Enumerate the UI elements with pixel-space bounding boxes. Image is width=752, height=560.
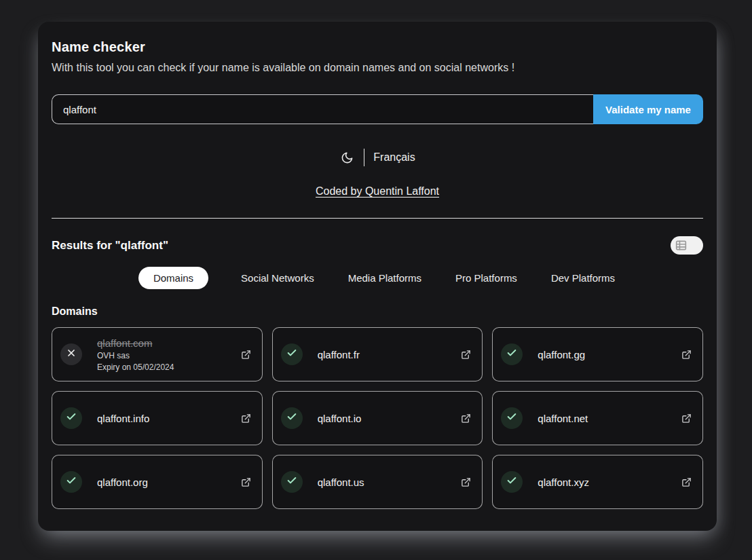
domain-card: qlaffont.com OVH sas Expiry on 05/02/202… [52,327,263,381]
results-header: Results for "qlaffont" [52,236,703,255]
name-input[interactable] [52,94,593,124]
tab-social-networks[interactable]: Social Networks [240,267,316,289]
theme-toggle-button[interactable] [339,150,355,166]
unavailable-badge [60,343,82,365]
domain-name: qlaffont.io [318,413,455,424]
section-divider [52,218,703,219]
external-link-icon[interactable] [241,477,251,487]
check-icon [66,475,77,489]
domain-name: qlaffont.com [97,337,234,349]
domain-name: qlaffont.xyz [538,477,675,488]
page-title: Name checker [52,39,703,55]
domain-name: qlaffont.us [318,477,455,488]
available-badge [281,343,303,365]
available-badge [501,407,523,429]
page-subtitle: With this tool you can check if your nam… [52,62,703,74]
domain-card: qlaffont.gg [492,327,703,381]
tab-domains[interactable]: Domains [138,267,208,289]
validate-button[interactable]: Validate my name [593,94,703,124]
external-link-icon[interactable] [241,350,251,360]
check-icon [66,411,77,425]
domain-card: qlaffont.net [492,391,703,445]
check-icon [506,475,517,489]
domain-grid: qlaffont.com OVH sas Expiry on 05/02/202… [52,327,703,509]
domain-card: qlaffont.info [52,391,263,445]
tab-dev-platforms[interactable]: Dev Platforms [550,267,616,289]
available-badge [60,471,82,493]
table-view-toggle[interactable] [671,236,703,255]
domain-name: qlaffont.gg [538,349,675,360]
table-view-icon [675,240,687,250]
search-row: Validate my name [52,94,703,124]
domain-card: qlaffont.us [272,455,483,509]
moon-icon [341,151,354,164]
external-link-icon[interactable] [241,413,251,424]
language-switch[interactable]: Français [373,151,415,164]
available-badge [60,407,82,429]
domain-name: qlaffont.org [97,477,234,488]
domain-name: qlaffont.info [97,413,234,424]
domain-expiry: Expiry on 05/02/2024 [97,362,234,372]
cross-icon [66,348,77,361]
tabs: DomainsSocial NetworksMedia PlatformsPro… [52,267,703,289]
domain-name: qlaffont.net [538,413,675,424]
locale-bar: Français [52,147,703,168]
domain-card: qlaffont.io [272,391,483,445]
check-icon [506,411,517,425]
check-icon [286,475,297,489]
tab-media-platforms[interactable]: Media Platforms [347,267,423,289]
external-link-icon[interactable] [681,413,692,424]
external-link-icon[interactable] [461,477,471,487]
domain-card: qlaffont.fr [272,327,483,381]
credit: Coded by Quentin Laffont [52,185,703,198]
check-icon [286,411,297,425]
available-badge [501,343,523,365]
credit-link[interactable]: Coded by Quentin Laffont [316,185,439,197]
available-badge [281,471,303,493]
domain-name: qlaffont.fr [318,349,455,360]
external-link-icon[interactable] [461,413,471,424]
domain-card: qlaffont.org [52,455,263,509]
locale-separator [364,149,364,166]
available-badge [501,471,523,493]
domains-section-title: Domains [52,305,703,318]
available-badge [281,407,303,429]
external-link-icon[interactable] [681,350,692,360]
results-heading: Results for "qlaffont" [52,239,168,253]
main-panel: Name checker With this tool you can chec… [38,22,717,531]
domain-registrar: OVH sas [97,351,234,360]
tab-pro-platforms[interactable]: Pro Platforms [454,267,519,289]
external-link-icon[interactable] [461,350,471,360]
external-link-icon[interactable] [681,477,692,487]
check-icon [286,348,297,361]
check-icon [506,348,517,361]
domain-card: qlaffont.xyz [492,455,703,509]
